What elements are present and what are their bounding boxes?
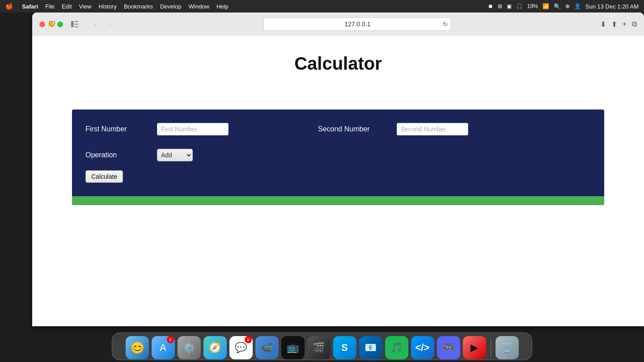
dock-item-outlook[interactable]: 📧 <box>359 336 382 359</box>
address-bar[interactable]: 127.0.0.1 ↻ <box>263 17 451 31</box>
svg-rect-0 <box>71 21 74 27</box>
menubar: 🍎 Safari File Edit View History Bookmark… <box>0 0 644 13</box>
dock-item-slack[interactable]: 💬 1 <box>229 336 253 359</box>
browser-window: ‹ › 🛡 127.0.0.1 ↻ ⬇ ⬆ + ⧉ Calculator Fir… <box>32 13 644 326</box>
page-title: Calculator <box>41 54 635 74</box>
dock-item-discord[interactable]: 🎮 <box>437 336 460 359</box>
operation-row: Operation Add Subtract Multiply Divide <box>85 149 591 161</box>
dock: 😊 A 1 ⚙️ 🧭 💬 1 📹 📺 🎬 S 📧 🎵 </> <box>0 336 644 361</box>
close-button[interactable] <box>39 21 45 27</box>
browser-chrome: ‹ › 🛡 127.0.0.1 ↻ ⬇ ⬆ + ⧉ <box>32 13 644 36</box>
calculate-button[interactable]: Calculate <box>85 170 123 183</box>
dock-item-quick-reader[interactable]: ▶ <box>463 336 486 359</box>
menubar-file[interactable]: File <box>45 3 55 10</box>
tabs-button[interactable]: ⧉ <box>632 20 637 28</box>
address-bar-wrap: 🛡 127.0.0.1 ↻ <box>120 17 595 31</box>
dock-item-system-settings[interactable]: ⚙️ <box>178 336 201 359</box>
menubar-search-icon[interactable]: 🔍 <box>554 3 561 10</box>
dock-item-spotify[interactable]: 🎵 <box>385 336 408 359</box>
dock-item-vscode[interactable]: </> <box>411 336 434 359</box>
menubar-bookmarks[interactable]: Bookmarks <box>124 3 153 10</box>
menubar-view[interactable]: View <box>79 3 92 10</box>
calculator-panel: First Number Second Number Operation Add… <box>72 109 604 205</box>
dock-item-trash[interactable]: 🗑️ <box>496 336 519 359</box>
menubar-wifi-icon: 📶 <box>542 3 549 9</box>
app-store-badge: 1 <box>167 336 174 343</box>
result-bar <box>72 196 604 205</box>
maximize-button[interactable] <box>57 21 63 27</box>
menubar-record-icon: ⏺ <box>488 3 493 9</box>
forward-button[interactable]: › <box>104 19 115 29</box>
menubar-headphones-icon: 🎧 <box>516 3 523 9</box>
url-text: 127.0.0.1 <box>344 21 370 28</box>
first-number-label: First Number <box>85 125 157 133</box>
menubar-safari[interactable]: Safari <box>22 3 38 10</box>
second-number-label: Second Number <box>318 125 390 133</box>
operation-select[interactable]: Add Subtract Multiply Divide <box>157 149 193 161</box>
dock-item-finder[interactable]: 😊 <box>126 336 149 359</box>
shield-icon: 🛡 <box>49 20 56 28</box>
share-button[interactable]: ⬆ <box>611 20 617 29</box>
svg-rect-2 <box>75 24 78 25</box>
second-number-input[interactable] <box>397 123 468 135</box>
dock-item-apple-tv[interactable]: 📺 <box>281 336 305 359</box>
menubar-grid-icon: ⊞ <box>498 3 502 9</box>
first-number-input[interactable] <box>157 123 229 135</box>
page-content: Calculator First Number Second Number Op… <box>32 36 644 326</box>
operation-label: Operation <box>85 151 157 159</box>
menubar-develop[interactable]: Develop <box>160 3 182 10</box>
dock-separator <box>491 339 491 357</box>
svg-rect-3 <box>75 26 78 27</box>
back-button[interactable]: ‹ <box>90 19 101 29</box>
browser-actions: ⬇ ⬆ + ⧉ <box>600 20 637 29</box>
menubar-screen-icon: ▣ <box>507 3 512 9</box>
menubar-window[interactable]: Window <box>189 3 209 10</box>
apple-menu[interactable]: 🍎 <box>5 3 13 10</box>
reload-button[interactable]: ↻ <box>443 21 448 28</box>
dock-item-skype[interactable]: S <box>333 336 356 359</box>
menubar-right: ⏺ ⊞ ▣ 🎧 19% 📶 🔍 ⊕ 👤 Sun 13 Dec 1:20 AM <box>488 3 639 10</box>
calculate-row: Calculate <box>85 170 591 183</box>
slack-badge: 1 <box>245 336 252 343</box>
menubar-history[interactable]: History <box>98 3 116 10</box>
svg-rect-1 <box>75 21 78 22</box>
menubar-help[interactable]: Help <box>216 3 229 10</box>
dock-item-app-store[interactable]: A 1 <box>152 336 175 359</box>
sidebar-toggle-button[interactable] <box>68 18 81 30</box>
menubar-edit[interactable]: Edit <box>62 3 72 10</box>
dock-item-final-cut-pro[interactable]: 🎬 <box>307 336 330 359</box>
dock-item-zoom[interactable]: 📹 <box>255 336 279 359</box>
menubar-control-icon[interactable]: ⊕ <box>565 3 570 9</box>
new-tab-button[interactable]: + <box>623 20 627 28</box>
menubar-datetime: Sun 13 Dec 1:20 AM <box>585 3 639 10</box>
menubar-battery: 19% <box>527 3 538 9</box>
browser-controls: ‹ › <box>90 19 115 29</box>
dock-item-safari[interactable]: 🧭 <box>203 336 227 359</box>
download-button[interactable]: ⬇ <box>600 20 606 29</box>
menubar-user-icon[interactable]: 👤 <box>574 3 581 9</box>
numbers-row: First Number Second Number <box>85 123 591 135</box>
